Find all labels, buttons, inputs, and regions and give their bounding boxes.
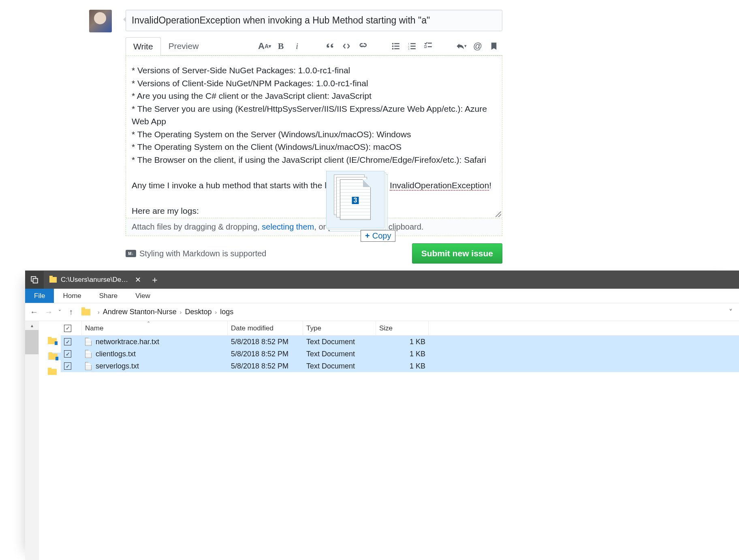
- column-type[interactable]: Type: [306, 324, 321, 332]
- attach-hint-prefix: Attach files by dragging & dropping,: [132, 222, 262, 231]
- drag-file-count: 3: [352, 197, 359, 204]
- nav-back-button[interactable]: ←: [28, 307, 40, 318]
- svg-rect-1: [394, 43, 399, 44]
- file-explorer-window: C:\Users\anurse\Desktc ✕ ＋ File Home Sha…: [25, 270, 739, 560]
- column-name[interactable]: Name: [85, 324, 103, 332]
- issue-body-textarea[interactable]: * Versions of Server-Side NuGet Packages…: [126, 56, 502, 218]
- file-date: 5/8/2018 8:52 PM: [231, 338, 288, 346]
- text-file-icon: [85, 338, 92, 346]
- file-row[interactable]: serverlogs.txt5/8/2018 8:52 PMText Docum…: [61, 360, 739, 372]
- editor-line: * Versions of Server-Side NuGet Packages…: [132, 64, 496, 77]
- svg-rect-13: [424, 45, 426, 47]
- breadcrumb-segment[interactable]: Desktop: [185, 308, 211, 316]
- bold-icon[interactable]: B: [276, 41, 286, 51]
- submit-issue-button[interactable]: Submit new issue: [412, 243, 502, 264]
- folder-icon[interactable]: [48, 338, 57, 344]
- drag-action-label: Copy: [372, 231, 391, 241]
- ribbon-home[interactable]: Home: [54, 289, 90, 303]
- row-checkbox[interactable]: [64, 338, 71, 345]
- text-file-icon: [85, 350, 92, 358]
- close-tab-button[interactable]: ✕: [134, 276, 142, 284]
- resize-handle-icon[interactable]: [496, 211, 501, 217]
- italic-icon[interactable]: i: [292, 41, 302, 51]
- svg-point-4: [392, 48, 394, 49]
- editor-line: Any time I invoke a hub method that star…: [132, 179, 496, 192]
- drag-action-chip: + Copy: [361, 230, 395, 242]
- explorer-tab-label: C:\Users\anurse\Desktc: [61, 276, 130, 284]
- svg-text:3: 3: [408, 47, 409, 50]
- nav-up-button[interactable]: ↑: [65, 307, 77, 318]
- svg-rect-9: [410, 45, 416, 47]
- issue-composer: Write Preview AA▾ B i: [126, 10, 502, 264]
- issue-title-input[interactable]: [126, 10, 502, 31]
- chevron-right-icon: ›: [180, 309, 182, 315]
- ribbon-view[interactable]: View: [126, 289, 159, 303]
- nav-forward-button: →: [43, 307, 54, 318]
- svg-point-0: [392, 43, 394, 44]
- task-list-icon[interactable]: [423, 41, 434, 51]
- ribbon-share[interactable]: Share: [90, 289, 126, 303]
- nav-history-button[interactable]: ˅: [58, 309, 62, 315]
- row-checkbox[interactable]: [64, 350, 71, 358]
- svg-rect-16: [33, 279, 38, 283]
- editor-line: * Are you using the C# client or the Jav…: [132, 89, 496, 102]
- folder-icon: [49, 277, 57, 283]
- tab-write[interactable]: Write: [126, 37, 161, 55]
- file-name: serverlogs.txt: [96, 362, 139, 370]
- link-icon[interactable]: [357, 41, 368, 51]
- tree-scrollbar[interactable]: ▴: [25, 321, 39, 560]
- markdown-hint-label: Styling with Markdown is supported: [139, 249, 266, 258]
- editor-line: * The Operating System on the Server (Wi…: [132, 128, 496, 141]
- editor-line: Here are my logs:: [132, 204, 496, 217]
- new-tab-button[interactable]: ＋: [146, 271, 164, 289]
- unordered-list-icon[interactable]: [391, 41, 401, 51]
- breadcrumb-segment[interactable]: Andrew Stanton-Nurse: [103, 308, 177, 316]
- attach-select-link[interactable]: selecting them: [262, 222, 314, 231]
- file-row[interactable]: clientlogs.txt5/8/2018 8:52 PMText Docum…: [61, 348, 739, 360]
- code-icon[interactable]: [341, 41, 352, 51]
- file-row[interactable]: networktrace.har.txt5/8/2018 8:52 PMText…: [61, 336, 739, 348]
- select-all-checkbox[interactable]: [64, 325, 71, 332]
- row-checkbox[interactable]: [64, 362, 71, 370]
- file-type: Text Document: [306, 362, 355, 370]
- file-date: 5/8/2018 8:52 PM: [231, 362, 288, 370]
- bookmark-icon[interactable]: [489, 41, 499, 51]
- folder-icon[interactable]: [49, 353, 58, 360]
- svg-rect-12: [428, 43, 432, 44]
- column-date[interactable]: Date modified: [231, 324, 273, 332]
- address-dropdown-button[interactable]: ˅: [726, 308, 736, 317]
- text-file-icon: [85, 362, 92, 370]
- breadcrumb-segment[interactable]: logs: [220, 308, 233, 316]
- address-bar[interactable]: › Andrew Stanton-Nurse › Desktop › logs …: [80, 306, 736, 318]
- avatar[interactable]: [89, 10, 112, 32]
- folder-icon[interactable]: [48, 369, 57, 375]
- task-view-button[interactable]: [25, 271, 44, 289]
- file-type: Text Document: [306, 338, 355, 346]
- editor-line: * The Operating System on the Client (Wi…: [132, 141, 496, 153]
- explorer-tab[interactable]: C:\Users\anurse\Desktc ✕: [44, 271, 146, 289]
- editor-line: * Versions of Client-Side NuGet/NPM Pack…: [132, 77, 496, 90]
- folder-icon: [81, 309, 90, 315]
- chevron-right-icon: ›: [215, 309, 217, 315]
- file-name: clientlogs.txt: [96, 350, 136, 358]
- text-size-icon[interactable]: AA▾: [259, 41, 270, 51]
- tab-preview[interactable]: Preview: [161, 37, 207, 55]
- mention-icon[interactable]: @: [472, 41, 483, 51]
- quote-icon[interactable]: [325, 41, 335, 51]
- chevron-right-icon: ›: [98, 309, 100, 315]
- sort-asc-icon: ⌃: [147, 321, 150, 326]
- plus-icon: +: [365, 231, 370, 241]
- svg-rect-7: [410, 43, 416, 44]
- saved-reply-icon[interactable]: ▾: [456, 41, 467, 51]
- attach-hint: Attach files by dragging & dropping, sel…: [126, 218, 502, 236]
- ribbon-file[interactable]: File: [25, 289, 54, 303]
- scroll-up-icon[interactable]: ▴: [25, 321, 38, 330]
- nav-tree[interactable]: [39, 321, 61, 560]
- svg-rect-5: [394, 48, 399, 49]
- column-size[interactable]: Size: [379, 324, 393, 332]
- file-type: Text Document: [306, 350, 355, 358]
- file-name: networktrace.har.txt: [96, 338, 159, 346]
- ordered-list-icon[interactable]: 123: [407, 41, 417, 51]
- svg-rect-14: [428, 46, 432, 47]
- file-size: 1 KB: [410, 362, 425, 370]
